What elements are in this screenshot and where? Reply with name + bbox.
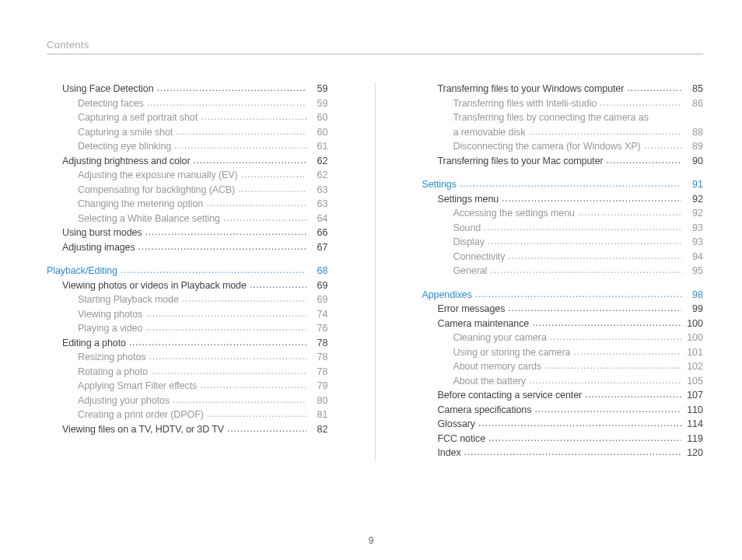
toc-entry-label: FCC notice: [438, 432, 489, 445]
toc-entry-label: Changing the metering option: [78, 198, 206, 210]
toc-entry-page: 78: [306, 351, 328, 363]
toc-entry-page: 78: [306, 366, 328, 378]
toc-entry-label: Adjusting your photos: [78, 394, 173, 407]
toc-leader: [544, 363, 681, 373]
page-header: Contents: [47, 39, 703, 54]
toc-entry: Viewing photos74: [47, 308, 328, 320]
toc-leader: [528, 128, 681, 138]
toc-entry-page: 98: [681, 289, 703, 301]
toc-entry-page: 93: [681, 236, 703, 248]
contents-column-left: Using Face Detection59Detecting faces59C…: [47, 82, 328, 461]
toc-leader: [151, 368, 306, 378]
toc-entry-label: Playback/Editing: [47, 264, 121, 277]
toc-entry-page: 63: [306, 184, 328, 196]
toc-entry: Viewing files on a TV, HDTV, or 3D TV82: [47, 423, 328, 436]
toc-entry-page: 74: [306, 308, 328, 320]
toc-entry-label: Applying Smart Filter effects: [78, 380, 200, 392]
toc-leader: [129, 339, 306, 349]
toc-entry-page: 59: [306, 82, 328, 95]
toc-entry: Capturing a smile shot60: [47, 126, 328, 138]
toc-entry-label: Disconnecting the camera (for Windows XP…: [453, 140, 644, 152]
toc-leader: [550, 334, 681, 345]
toc-entry-label: Camera specifications: [438, 404, 535, 416]
toc-leader: [121, 268, 306, 278]
toc-entry-page: 100: [681, 317, 703, 330]
toc-leader: [644, 143, 681, 153]
toc-entry-label: General: [453, 264, 491, 277]
toc-leader: [484, 224, 681, 234]
toc-entry-page: 99: [681, 303, 703, 315]
toc-leader: [238, 186, 306, 196]
toc-entry-label: Appendixes: [422, 289, 475, 301]
toc-entry: a removable disk88: [422, 126, 704, 138]
toc-entry-page: 114: [681, 418, 703, 430]
toc-entry-label: Index: [438, 446, 464, 459]
toc-entry: Detecting eye blinking61: [47, 140, 328, 152]
toc-entry-page: 59: [306, 97, 328, 110]
toc-entry-label: Capturing a smile shot: [78, 126, 176, 138]
toc-leader: [600, 100, 681, 110]
toc-entry-label: Selecting a White Balance setting: [78, 212, 223, 225]
toc-entry-label: Capturing a self portrait shot: [78, 111, 201, 124]
toc-entry-page: 82: [306, 423, 328, 436]
toc-entry-label: Error messages: [438, 303, 509, 315]
toc-entry: Glossary114: [422, 418, 704, 430]
toc-leader: [488, 435, 681, 445]
toc-entry: Selecting a White Balance setting64: [47, 212, 328, 225]
toc-entry: Adjusting the exposure manually (EV)62: [47, 169, 328, 181]
toc-entry-label: Detecting eye blinking: [78, 140, 174, 152]
toc-leader: [227, 425, 306, 436]
toc-entry: Appendixes98: [422, 289, 704, 301]
toc-entry-page: 92: [681, 207, 703, 219]
toc-entry-label: Settings menu: [438, 193, 502, 205]
toc-entry: FCC notice119: [422, 432, 704, 445]
toc-entry: Connectivity94: [422, 250, 704, 263]
toc-entry: Settings91: [422, 178, 704, 191]
toc-entry-page: 95: [681, 264, 703, 277]
toc-entry: Display93: [422, 236, 704, 248]
toc-entry-page: 68: [306, 264, 328, 277]
toc-leader: [529, 377, 681, 387]
toc-entry-label: About the battery: [453, 375, 530, 387]
toc-entry-label: Sound: [453, 222, 485, 234]
toc-entry: Applying Smart Filter effects79: [47, 380, 328, 392]
toc-leader: [508, 253, 681, 263]
toc-leader: [149, 354, 306, 364]
toc-entry-label: Viewing photos or videos in Playback mod…: [62, 279, 250, 292]
toc-entry: Transferring files to your Windows compu…: [422, 82, 704, 95]
toc-entry-page: 79: [306, 380, 328, 392]
toc-entry-label: Transferring files with Intelli-studio: [453, 97, 600, 110]
toc-leader: [475, 291, 681, 301]
page-number: 9: [0, 535, 742, 546]
toc-leader: [241, 172, 306, 182]
toc-entry: Adjusting your photos80: [47, 394, 328, 407]
toc-entry-page: 76: [306, 322, 328, 334]
toc-entry: Transferring files with Intelli-studio86: [422, 97, 704, 110]
toc-entry-page: 93: [681, 222, 703, 234]
toc-leader: [488, 239, 681, 249]
toc-entry-page: 67: [306, 241, 328, 254]
toc-entry: Camera maintenance100: [422, 317, 704, 330]
toc-entry-label: Settings: [422, 178, 460, 191]
toc-entry: Using burst modes66: [47, 226, 328, 239]
toc-entry-page: 81: [306, 408, 328, 421]
toc-entry-label: Transferring files to your Mac computer: [438, 155, 607, 167]
toc-entry-page: 60: [306, 126, 328, 138]
toc-leader: [147, 100, 306, 110]
toc-entry-label: Display: [453, 236, 488, 248]
toc-entry-label: Before contacting a service center: [438, 389, 586, 401]
toc-entry-page: 120: [681, 446, 703, 459]
toc-entry: Transferring files to your Mac computer9…: [422, 155, 704, 167]
entry-spacer: [47, 255, 328, 264]
toc-entry-page: 101: [681, 346, 703, 359]
toc-entry-label: Using burst modes: [62, 226, 145, 239]
entry-spacer: [422, 279, 704, 289]
toc-entry-label: Adjusting images: [62, 241, 138, 254]
toc-entry-label: Accessing the settings menu: [453, 207, 578, 219]
toc-entry: Cleaning your camera100: [422, 331, 704, 344]
toc-entry-page: 107: [681, 389, 703, 401]
toc-entry: Playback/Editing68: [47, 264, 328, 277]
toc-entry-label: Viewing photos: [78, 308, 145, 320]
toc-entry-label: Adjusting the exposure manually (EV): [78, 169, 241, 181]
toc-entry-page: 86: [681, 97, 703, 110]
